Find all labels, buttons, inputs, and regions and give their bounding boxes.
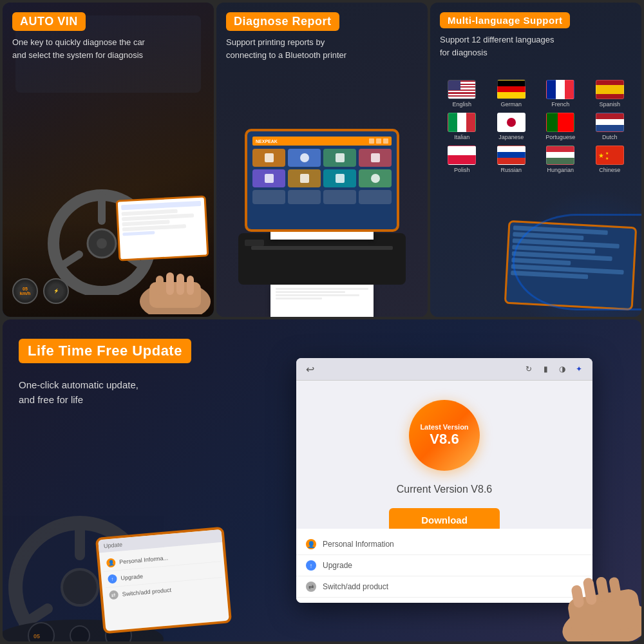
current-version: Current Version V8.6 xyxy=(397,484,493,495)
flag-french-label: French xyxy=(551,101,569,108)
dashboard-gauges: 05km/h ⚡ xyxy=(12,278,69,304)
flag-japanese-label: Japanese xyxy=(498,134,524,140)
flag-italian-label: Italian xyxy=(454,134,469,140)
svg-point-5 xyxy=(97,238,107,249)
update-left: Life Time Free Update One-click automati… xyxy=(3,319,247,641)
svg-text:05: 05 xyxy=(33,633,40,639)
flag-polish: Polish xyxy=(440,146,484,173)
panel-autovin: 05km/h ⚡ xyxy=(3,3,214,317)
update-badge: Life Time Free Update xyxy=(19,339,191,363)
flag-portuguese: Portuguese xyxy=(538,113,583,140)
flag-german-label: German xyxy=(500,101,522,108)
screen-header: ↩ ↻ ▮ ◑ ✦ xyxy=(296,358,592,381)
flag-hungarian-label: Hungarian xyxy=(547,167,574,173)
flag-german: German xyxy=(489,80,534,108)
update-desc: One-click automatic update, and free for… xyxy=(19,378,231,407)
vin-header: AUTO VIN One key to quickly diagnose the… xyxy=(3,3,214,68)
svg-rect-10 xyxy=(176,274,184,295)
diagnose-desc: Support printing reports by connecting t… xyxy=(226,36,418,61)
lang-tablet xyxy=(504,220,638,310)
menu-upgrade-label: Upgrade xyxy=(323,561,352,570)
main-container: 05km/h ⚡ xyxy=(0,0,644,644)
bluetooth-icon: ✦ xyxy=(573,363,585,375)
switch-icon: ⇄ xyxy=(306,582,316,592)
language-flags-grid: English German French Spanish Itali xyxy=(440,80,632,173)
flag-portuguese-label: Portuguese xyxy=(545,134,575,140)
flag-english: English xyxy=(440,80,484,108)
diagnose-header: Diagnose Report Support printing reports… xyxy=(216,3,428,68)
latest-label: Latest Version xyxy=(420,423,468,431)
svg-line-2 xyxy=(59,254,79,267)
svg-rect-8 xyxy=(156,276,164,295)
flag-chinese-label: Chinese xyxy=(599,167,620,173)
battery-icon: ▮ xyxy=(540,363,551,375)
screen-header-icons: ↻ ▮ ◑ ✦ xyxy=(523,363,585,375)
version-number: V8.6 xyxy=(430,431,459,448)
flag-dutch: Dutch xyxy=(588,113,632,140)
flag-chinese: ★ ★ ★ Chinese xyxy=(588,146,632,173)
svg-point-20 xyxy=(70,626,90,641)
panel-multilang: Multi-language Support Support 12 differ… xyxy=(430,3,641,317)
panel-diagnose: NEXPEAK xyxy=(216,3,428,317)
hand-vin xyxy=(137,256,214,317)
tablet-vin xyxy=(116,195,209,261)
flag-spanish: Spanish xyxy=(588,80,632,108)
flag-french: French xyxy=(538,80,583,108)
flag-italian: Italian xyxy=(440,113,484,140)
diagnose-badge: Diagnose Report xyxy=(226,12,339,31)
update-right: ↩ ↻ ▮ ◑ ✦ Latest Version V8.6 xyxy=(247,319,641,641)
flag-japanese: Japanese xyxy=(489,113,534,140)
flag-spanish-label: Spanish xyxy=(599,101,620,108)
lang-badge: Multi-language Support xyxy=(440,12,570,28)
brightness-icon: ◑ xyxy=(556,363,568,375)
menu-switch-label: Switch/add product xyxy=(323,582,388,591)
screen-body: Latest Version V8.6 Current Version V8.6… xyxy=(296,381,592,551)
bottom-tablet: Update 👤 Personal Informa... ↑ Upgrade ⇄ xyxy=(95,527,232,634)
top-row: 05km/h ⚡ xyxy=(3,3,641,317)
printer-scene: NEXPEAK xyxy=(232,129,412,317)
lang-header: Multi-language Support Support 12 differ… xyxy=(430,3,641,65)
svg-point-16 xyxy=(62,569,98,605)
svg-rect-9 xyxy=(166,272,174,295)
back-icon: ↩ xyxy=(304,363,316,375)
menu-personal-label: Personal Information xyxy=(323,540,394,549)
flag-russian-label: Russian xyxy=(500,167,522,173)
lang-desc: Support 12 different languages for diagn… xyxy=(440,33,632,59)
menu-personal: 👤 Personal Information xyxy=(296,534,592,555)
flag-hungarian: Hungarian xyxy=(538,146,583,173)
svg-rect-11 xyxy=(187,276,194,295)
svg-point-18 xyxy=(28,623,54,641)
flag-russian: Russian xyxy=(489,146,534,173)
flag-polish-label: Polish xyxy=(454,167,470,173)
version-circle: Latest Version V8.6 xyxy=(409,400,480,471)
person-icon: 👤 xyxy=(306,539,316,549)
flag-dutch-label: Dutch xyxy=(602,134,618,140)
refresh-icon: ↻ xyxy=(523,363,535,375)
vin-desc: One key to quickly diagnose the car and … xyxy=(12,36,204,61)
flag-english-label: English xyxy=(452,101,471,108)
panel-update: Life Time Free Update One-click automati… xyxy=(3,319,641,641)
upgrade-icon: ↑ xyxy=(306,560,316,571)
vin-badge: AUTO VIN xyxy=(12,12,86,31)
